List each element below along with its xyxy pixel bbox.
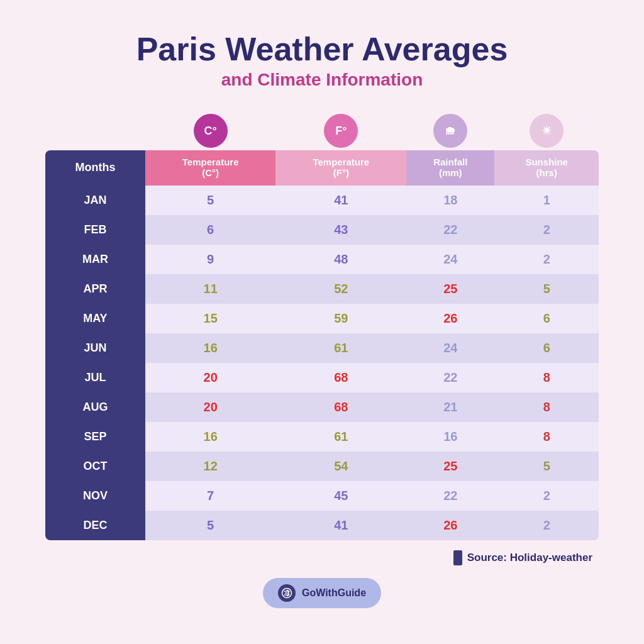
- months-header: Months: [45, 150, 145, 186]
- rainfall-header: Rainfall(mm): [406, 150, 494, 186]
- temp-f-cell: 45: [275, 481, 406, 511]
- temp-c-cell: 6: [145, 215, 276, 245]
- temp-c-cell: 20: [145, 392, 276, 422]
- month-cell: JUN: [45, 333, 145, 363]
- temp-f-cell: 52: [275, 274, 406, 304]
- temp-f-cell: 54: [275, 452, 406, 481]
- temp-f-icon: F°: [324, 114, 358, 148]
- sunshine-cell: 2: [494, 481, 599, 511]
- source-square-icon: [453, 550, 462, 565]
- table-row: MAY1559266: [45, 304, 599, 333]
- month-cell: FEB: [45, 215, 145, 245]
- rainfall-cell: 25: [406, 452, 494, 481]
- rainfall-icon-cell: 🌧: [406, 109, 494, 150]
- temp-c-icon: C°: [194, 114, 228, 148]
- temp-c-cell: 5: [145, 186, 276, 215]
- sub-title: and Climate Information: [45, 70, 599, 90]
- rainfall-cell: 22: [406, 215, 494, 245]
- icon-row: C° F° 🌧 ☀: [45, 109, 599, 150]
- temp-f-cell: 59: [275, 304, 406, 333]
- table-row: APR1152255: [45, 274, 599, 304]
- table-wrapper: C° F° 🌧 ☀ Months Temperature(C°) Tempe: [45, 109, 599, 540]
- rainfall-icon: 🌧: [433, 114, 467, 148]
- table-row: JUL2068228: [45, 363, 599, 392]
- rainfall-cell: 24: [406, 245, 494, 274]
- sunshine-cell: 5: [494, 452, 599, 481]
- logo-icon: [278, 584, 296, 602]
- main-title: Paris Weather Averages: [45, 31, 599, 67]
- rainfall-cell: 22: [406, 481, 494, 511]
- temp-c-cell: 11: [145, 274, 276, 304]
- temp-f-cell: 41: [275, 511, 406, 540]
- month-cell: JUL: [45, 363, 145, 392]
- temp-c-cell: 15: [145, 304, 276, 333]
- months-icon-cell: [45, 109, 145, 150]
- sunshine-icon: ☀: [530, 114, 564, 148]
- table-body: JAN541181FEB643222MAR948242APR1152255MAY…: [45, 186, 599, 540]
- sunshine-icon-cell: ☀: [494, 109, 599, 150]
- weather-table: C° F° 🌧 ☀ Months Temperature(C°) Tempe: [45, 109, 599, 540]
- temp-c-cell: 20: [145, 363, 276, 392]
- month-cell: JAN: [45, 186, 145, 215]
- temp-f-header: Temperature(F°): [275, 150, 406, 186]
- table-row: DEC541262: [45, 511, 599, 540]
- rainfall-cell: 24: [406, 333, 494, 363]
- temp-c-header: Temperature(C°): [145, 150, 276, 186]
- rainfall-cell: 25: [406, 274, 494, 304]
- table-row: SEP1661168: [45, 422, 599, 452]
- table-row: NOV745222: [45, 481, 599, 511]
- source-row: Source: Holiday-weather: [45, 550, 599, 565]
- month-cell: AUG: [45, 392, 145, 422]
- month-cell: NOV: [45, 481, 145, 511]
- temp-f-cell: 68: [275, 363, 406, 392]
- month-cell: DEC: [45, 511, 145, 540]
- rainfall-cell: 26: [406, 304, 494, 333]
- logo-text: GoWithGuide: [302, 587, 366, 599]
- sunshine-cell: 8: [494, 422, 599, 452]
- rainfall-cell: 16: [406, 422, 494, 452]
- sunshine-cell: 8: [494, 392, 599, 422]
- temp-f-cell: 68: [275, 392, 406, 422]
- rainfall-cell: 26: [406, 511, 494, 540]
- month-cell: SEP: [45, 422, 145, 452]
- rainfall-cell: 22: [406, 363, 494, 392]
- label-row: Months Temperature(C°) Temperature(F°) R…: [45, 150, 599, 186]
- month-cell: APR: [45, 274, 145, 304]
- sunshine-cell: 1: [494, 186, 599, 215]
- temp-f-cell: 61: [275, 422, 406, 452]
- sunshine-cell: 8: [494, 363, 599, 392]
- rainfall-cell: 18: [406, 186, 494, 215]
- temp-c-icon-cell: C°: [145, 109, 276, 150]
- rainfall-cell: 21: [406, 392, 494, 422]
- title-section: Paris Weather Averages and Climate Infor…: [45, 31, 599, 90]
- page-container: Paris Weather Averages and Climate Infor…: [20, 13, 624, 633]
- temp-c-cell: 7: [145, 481, 276, 511]
- temp-f-cell: 41: [275, 186, 406, 215]
- sunshine-cell: 6: [494, 333, 599, 363]
- month-cell: MAY: [45, 304, 145, 333]
- temp-c-cell: 16: [145, 422, 276, 452]
- table-row: AUG2068218: [45, 392, 599, 422]
- temp-c-cell: 12: [145, 452, 276, 481]
- temp-f-cell: 48: [275, 245, 406, 274]
- source-text: Source: Holiday-weather: [467, 552, 592, 564]
- temp-c-cell: 5: [145, 511, 276, 540]
- month-cell: OCT: [45, 452, 145, 481]
- logo-pill: GoWithGuide: [263, 578, 381, 608]
- table-row: JUN1661246: [45, 333, 599, 363]
- sunshine-header: Sunshine(hrs): [494, 150, 599, 186]
- temp-f-cell: 61: [275, 333, 406, 363]
- sunshine-cell: 2: [494, 215, 599, 245]
- sunshine-cell: 2: [494, 245, 599, 274]
- logo-section: GoWithGuide: [45, 578, 599, 608]
- temp-c-cell: 16: [145, 333, 276, 363]
- temp-f-icon-cell: F°: [275, 109, 406, 150]
- table-row: OCT1254255: [45, 452, 599, 481]
- temp-f-cell: 43: [275, 215, 406, 245]
- table-row: JAN541181: [45, 186, 599, 215]
- table-row: MAR948242: [45, 245, 599, 274]
- table-row: FEB643222: [45, 215, 599, 245]
- month-cell: MAR: [45, 245, 145, 274]
- sunshine-cell: 2: [494, 511, 599, 540]
- sunshine-cell: 5: [494, 274, 599, 304]
